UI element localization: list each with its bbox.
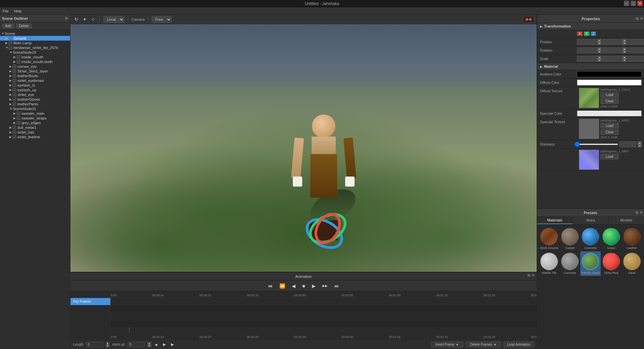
presets-close-btn[interactable]: ✕ xyxy=(640,210,643,215)
add-button[interactable]: Add xyxy=(2,23,14,29)
tree-node-inside_mouth_teeth[interactable]: ▶ inside_mouth.teeth xyxy=(0,59,70,64)
tree-node-bendansie[interactable]: ▼ bendansie_sintel_lite_257b xyxy=(0,45,70,50)
scale-y-down[interactable]: ▼ xyxy=(623,59,627,62)
tree-node-dull_metal1[interactable]: ▶ dull_metal1 xyxy=(0,125,70,130)
node-checkbox[interactable] xyxy=(13,93,16,96)
preset-item-brick[interactable]: Brick Ground xyxy=(539,227,559,251)
position-z-input[interactable]: 0.00 xyxy=(627,39,644,45)
tree-node-sweater_straps[interactable]: ▶ sweater_straps xyxy=(0,116,70,120)
minimize-button[interactable]: ─ xyxy=(624,1,629,6)
tree-node-sintel_eye[interactable]: ▶ sintel_eye xyxy=(0,92,70,97)
prev-frame-button[interactable]: ◀ xyxy=(290,283,297,289)
outliner-close-btn[interactable]: ✕ xyxy=(65,16,68,21)
insert-frame-button[interactable]: Insert Frame ▼ xyxy=(431,342,463,347)
track-content[interactable] xyxy=(111,298,537,333)
play-button[interactable]: ▶ xyxy=(311,283,317,289)
rot-y-down[interactable]: ▼ xyxy=(623,50,627,53)
node-checkbox[interactable] xyxy=(17,116,20,120)
node-checkbox[interactable] xyxy=(13,69,16,73)
node-checkbox[interactable] xyxy=(13,65,16,68)
transform-gizmo[interactable] xyxy=(301,212,355,252)
rotation-x-input[interactable]: 0.00 xyxy=(577,47,597,53)
node-checkbox[interactable] xyxy=(13,135,16,139)
node-checkbox[interactable] xyxy=(13,79,16,82)
tab-models[interactable]: Models xyxy=(608,217,644,224)
transformation-section-header[interactable]: ▶ Transformation xyxy=(537,23,644,30)
snap-button[interactable]: ✦ xyxy=(82,16,88,22)
node-checkbox[interactable] xyxy=(17,55,20,59)
viewport[interactable] xyxy=(70,24,537,272)
node-checkbox[interactable] xyxy=(17,121,20,124)
specular-color-swatch[interactable] xyxy=(577,110,642,116)
rot-x-up[interactable]: ▲ xyxy=(597,47,601,50)
view-dropdown[interactable]: Free Top Front Side xyxy=(152,16,172,23)
presets-float-btn[interactable]: ⧉ xyxy=(636,210,638,215)
node-checkbox[interactable] xyxy=(9,46,12,49)
footer-stop-btn[interactable]: ■ xyxy=(154,342,159,347)
node-checkbox[interactable] xyxy=(13,88,16,92)
preset-item-grass[interactable]: Grass xyxy=(601,227,622,251)
length-down[interactable]: ▼ xyxy=(106,345,110,347)
node-checkbox[interactable] xyxy=(13,131,16,134)
rotation-y-input[interactable]: 50.64 xyxy=(602,47,622,53)
stop-button[interactable]: ■ xyxy=(301,283,306,289)
starts-input[interactable] xyxy=(128,342,145,347)
tree-node-eyelash_up[interactable]: ▶ eyelash_up xyxy=(0,88,70,92)
preset-item-carpet[interactable]: Carpet xyxy=(560,227,580,251)
scale-x-up[interactable]: ▲ xyxy=(597,56,601,59)
scale-z-input[interactable]: 1.00 xyxy=(627,56,644,62)
specular-load-button[interactable]: Load xyxy=(600,123,619,129)
scale-x-input[interactable]: 1.00 xyxy=(577,56,597,62)
shininess-slider[interactable] xyxy=(574,144,618,145)
diffuse-color-swatch[interactable] xyxy=(577,80,642,86)
tab-skies[interactable]: Skies xyxy=(573,217,609,224)
skip-end-button[interactable]: ⏭ xyxy=(333,283,340,289)
preset-item-concrete2[interactable]: Concrete xyxy=(560,251,580,276)
tree-node-scene[interactable]: ▼ Scene xyxy=(0,31,70,36)
delete-button[interactable]: Delete xyxy=(16,23,32,29)
rot-x-down[interactable]: ▼ xyxy=(597,50,601,53)
specular-texture-thumb[interactable] xyxy=(579,119,599,139)
preset-item-leather[interactable]: Leather xyxy=(622,227,642,251)
tree-node-scenenode19[interactable]: ▼ SceneNode19 xyxy=(0,50,70,55)
anim-close-btn[interactable]: ✕ xyxy=(532,273,535,278)
tree-node-leatherboots[interactable]: ▶ leatherBoots xyxy=(0,73,70,78)
nrm-texture-thumb[interactable] xyxy=(579,150,599,170)
nrm-load-button[interactable]: Load xyxy=(600,154,619,159)
tree-node-sintel_hair[interactable]: ▶ sintel_hair xyxy=(0,130,70,135)
props-close-btn[interactable]: ✕ xyxy=(640,16,643,21)
diffuse-load-button[interactable]: Load xyxy=(600,92,619,98)
tree-node-sintel_skin[interactable]: ▶ Sintel_Skin1_layer xyxy=(0,69,70,73)
node-checkbox[interactable] xyxy=(13,74,16,78)
rotation-z-input[interactable]: 0.00 xyxy=(627,47,644,53)
tree-node-cornea_eye[interactable]: ▶ cornea_eye xyxy=(0,64,70,69)
position-x-input[interactable]: 0.00 xyxy=(577,39,597,45)
tree-node-leathergloves[interactable]: ▶ leatherGloves xyxy=(0,97,70,102)
next-frame-button[interactable]: ▶▶ xyxy=(321,283,329,288)
transform-dropdown[interactable]: Local World xyxy=(103,16,124,23)
node-checkbox[interactable] xyxy=(13,98,16,101)
specular-clear-button[interactable]: Clear xyxy=(600,129,619,135)
tree-node-sweater_main[interactable]: ▶ sweater_main xyxy=(0,111,70,116)
scale-y-input[interactable]: 1.00 xyxy=(602,56,622,62)
rot-y-up[interactable]: ▲ xyxy=(623,47,627,50)
tree-node-scenenode31[interactable]: ▼ SceneNode31 xyxy=(0,106,70,111)
tree-node-eyelash_lo[interactable]: ▶ eyelash_lo xyxy=(0,83,70,88)
preset-item-marble[interactable]: Marble Tile xyxy=(539,251,559,276)
rewind-button[interactable]: ⏪ xyxy=(278,283,286,289)
menu-help[interactable]: Help xyxy=(14,9,22,13)
node-checkbox[interactable] xyxy=(17,60,20,63)
shininess-down[interactable]: ▼ xyxy=(638,144,642,147)
ambient-color-swatch[interactable] xyxy=(577,71,642,77)
diffuse-texture-thumb[interactable] xyxy=(579,88,599,108)
delete-frames-button[interactable]: Delete Frames ▼ xyxy=(466,342,501,347)
close-button[interactable]: ✕ xyxy=(637,1,643,6)
preset-item-patchy[interactable]: Patchy Grass xyxy=(580,251,601,276)
scale-y-up[interactable]: ▲ xyxy=(623,56,627,59)
tree-node-inside_mouth[interactable]: ▶ inside_mouth xyxy=(0,55,70,59)
skip-start-button[interactable]: ⏮ xyxy=(267,283,274,289)
node-checkbox[interactable] xyxy=(13,102,16,106)
tree-node-sintel_eyebrows[interactable]: ▶ sintel_eyebrows xyxy=(0,78,70,83)
footer-play2-btn[interactable]: ▶ xyxy=(170,342,175,347)
preset-item-sand[interactable]: Sand xyxy=(622,251,642,276)
